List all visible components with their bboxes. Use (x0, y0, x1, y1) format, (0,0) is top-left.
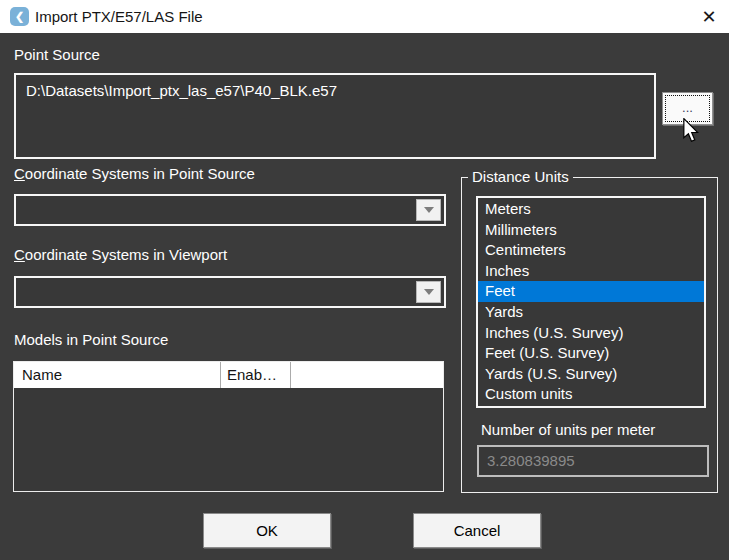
unit-option[interactable]: Yards (478, 302, 704, 323)
models-table: Name Enab… (13, 361, 444, 492)
coord-viewport-dropdown-button[interactable] (416, 281, 441, 303)
point-source-label: Point Source (14, 46, 100, 63)
distance-units-listbox[interactable]: MetersMillimetersCentimetersInchesFeetYa… (476, 196, 706, 408)
unit-option[interactable]: Centimeters (478, 240, 704, 261)
close-button[interactable]: ✕ (691, 0, 727, 33)
unit-option[interactable]: Feet (478, 281, 704, 302)
models-table-body (14, 388, 443, 491)
coord-source-dropdown-button[interactable] (416, 199, 441, 221)
coord-source-combobox[interactable] (14, 194, 446, 226)
column-header-enabled[interactable]: Enab… (221, 362, 291, 388)
models-label: Models in Point Source (14, 331, 168, 348)
chevron-down-icon (424, 207, 434, 213)
coord-viewport-combobox[interactable] (14, 276, 446, 308)
distance-units-legend: Distance Units (468, 168, 573, 185)
unit-option[interactable]: Inches (478, 261, 704, 282)
unit-option[interactable]: Feet (U.S. Survey) (478, 343, 704, 364)
window-title: Import PTX/E57/LAS File (35, 0, 203, 33)
column-header-name[interactable]: Name (14, 362, 221, 388)
titlebar: ❮ Import PTX/E57/LAS File ✕ (0, 0, 729, 33)
point-source-path: D:\Datasets\Import_ptx_las_e57\P40_BLK.e… (26, 82, 337, 99)
column-header-filler (291, 362, 443, 388)
point-source-input[interactable]: D:\Datasets\Import_ptx_las_e57\P40_BLK.e… (14, 73, 656, 159)
chevron-down-icon (424, 289, 434, 295)
coord-viewport-label: Coordinate Systems in Viewport (14, 246, 227, 263)
import-dialog: ❮ Import PTX/E57/LAS File ✕ Point Source… (0, 0, 729, 560)
ok-button[interactable]: OK (203, 513, 331, 548)
unit-option[interactable]: Inches (U.S. Survey) (478, 323, 704, 344)
models-table-header: Name Enab… (14, 362, 443, 388)
app-icon: ❮ (10, 7, 29, 26)
close-icon: ✕ (701, 6, 716, 28)
unit-option[interactable]: Yards (U.S. Survey) (478, 364, 704, 385)
units-per-meter-input: 3.280839895 (477, 445, 709, 477)
browse-button[interactable]: ... (662, 92, 713, 125)
unit-option[interactable]: Meters (478, 199, 704, 220)
unit-option[interactable]: Custom units (478, 384, 704, 405)
unit-option[interactable]: Millimeters (478, 220, 704, 241)
cancel-button[interactable]: Cancel (413, 513, 541, 548)
coord-source-label: Coordinate Systems in Point Source (14, 165, 255, 182)
units-per-meter-label: Number of units per meter (481, 421, 655, 438)
